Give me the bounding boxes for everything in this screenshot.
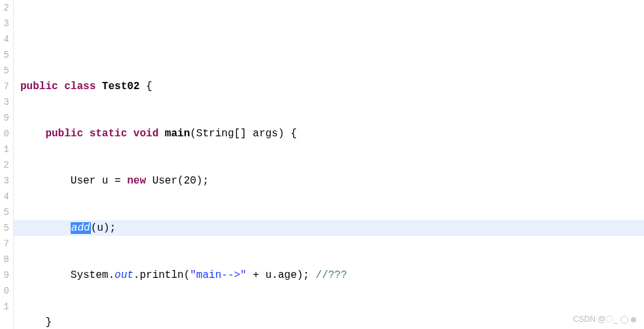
line-number: 7 (1, 79, 9, 94)
code-line: public class Test02 { (14, 79, 644, 94)
line-number: 5 (1, 220, 9, 236)
gutter: 2 3 4 5 5 7 3 9 0 1 2 3 4 5 5 7 8 9 0 1 (0, 0, 14, 329)
ring-icon (620, 316, 628, 324)
line-number: 2 (1, 157, 9, 173)
line-number: 4 (1, 189, 9, 204)
line-number: 3 (1, 173, 9, 189)
line-number: 9 (1, 110, 9, 126)
line-number: 5 (1, 47, 9, 63)
code-line: } (14, 315, 644, 329)
line-number: 7 (1, 236, 9, 252)
line-number: 1 (1, 299, 9, 315)
code-line: public static void main(String[] args) { (14, 126, 644, 142)
line-number: 5 (1, 63, 9, 79)
code-line (14, 31, 644, 47)
code-editor[interactable]: public class Test02 { public static void… (14, 0, 644, 329)
line-number: 0 (1, 283, 9, 299)
line-number: 2 (1, 0, 9, 16)
line-number: 3 (1, 16, 9, 31)
line-number: 5 (1, 204, 9, 220)
dot-icon (631, 317, 636, 322)
line-number: 1 (1, 142, 9, 157)
line-number: 3 (1, 94, 9, 110)
watermark: CSDN @〇_ (573, 314, 636, 325)
line-number: 9 (1, 267, 9, 283)
line-number: 8 (1, 252, 9, 267)
code-line: System.out.println("main-->" + u.age); /… (14, 267, 644, 283)
selected-text: add (71, 222, 91, 234)
line-number: 4 (1, 31, 9, 47)
code-line: User u = new User(20); (14, 173, 644, 189)
code-line-highlighted: add(u); (14, 220, 644, 236)
watermark-text: CSDN @〇_ (573, 314, 618, 325)
line-number: 0 (1, 126, 9, 142)
